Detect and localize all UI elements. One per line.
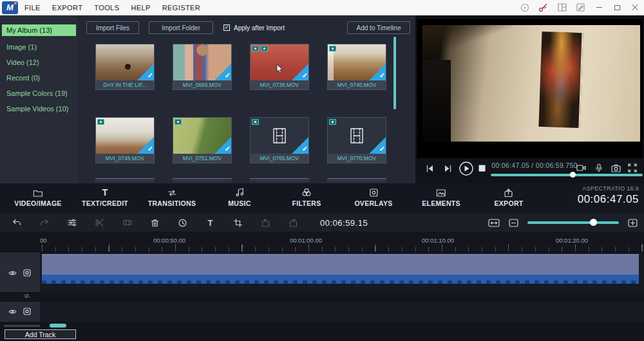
box-arrow-left-icon[interactable]	[252, 219, 279, 227]
elements-icon	[422, 187, 460, 197]
fullscreen-icon[interactable]	[628, 163, 637, 172]
thumbnail-name: MVI_0748.MOV	[96, 154, 154, 163]
detach-icon[interactable]	[113, 219, 141, 226]
media-thumbnail-partial[interactable]	[250, 178, 309, 182]
sidebar-item-my-album[interactable]: My Album (13)	[2, 24, 76, 36]
seek-knob[interactable]	[570, 172, 576, 178]
speed-icon[interactable]	[169, 219, 196, 227]
menu-help[interactable]: HELP	[131, 4, 150, 12]
video-track	[40, 252, 644, 292]
stop-button[interactable]	[478, 165, 486, 172]
adjust-icon[interactable]	[58, 219, 86, 226]
media-thumbnail-partial[interactable]	[327, 178, 386, 182]
sidebar-item-video[interactable]: Video (12)	[0, 55, 77, 70]
media-thumbnail-partial[interactable]	[173, 178, 232, 182]
menu-tools[interactable]: TOOLS	[94, 4, 119, 12]
preview-seekbar[interactable]	[491, 174, 643, 176]
add-track-button[interactable]: Add Track	[5, 329, 76, 339]
menu-file[interactable]: FILE	[24, 4, 41, 12]
media-thumbnail[interactable]: ✓ MVI_0748.MOV	[95, 117, 155, 163]
sidebar-item-image[interactable]: Image (1)	[0, 39, 77, 55]
tab-video-image[interactable]: VIDEO/IMAGE	[14, 187, 61, 207]
layout-icon[interactable]	[553, 0, 571, 15]
timeline-zoom-slider[interactable]	[527, 221, 619, 224]
tab-export[interactable]: EXPORT	[495, 187, 524, 207]
media-thumbnail[interactable]: ✓ MVI_0770.MOV	[327, 117, 386, 163]
media-library: Import Files Import Folder Apply after I…	[77, 15, 415, 183]
timeline-timecode: 00:06:59.15	[320, 218, 368, 228]
media-thumbnail-partial[interactable]	[95, 178, 155, 182]
tab-overlays[interactable]: OVERLAYS	[354, 187, 392, 207]
video-track-header	[0, 252, 40, 292]
media-thumbnail[interactable]: ✓ MVI_0738.MOV	[250, 44, 309, 90]
zoom-knob[interactable]	[590, 219, 597, 226]
timeline-hscrollbar-thumb[interactable]	[50, 324, 66, 327]
apply-after-import-checkbox[interactable]	[223, 24, 230, 31]
track-visibility-eye-icon[interactable]	[8, 309, 17, 315]
close-icon[interactable]	[626, 0, 644, 15]
second-track-header	[0, 302, 40, 322]
delete-icon[interactable]	[141, 219, 169, 227]
tab-transitions[interactable]: TRANSITIONS	[148, 187, 196, 207]
text-tool-icon[interactable]: T	[196, 218, 224, 228]
crop-icon[interactable]	[224, 219, 252, 227]
minimize-icon[interactable]	[590, 0, 608, 15]
thumbnail-name: DAY IN THE LIF...	[96, 80, 154, 89]
clip-badge-icon	[97, 119, 104, 125]
playback-controls: 00:06:47.05 / 00:06:59.750	[415, 158, 644, 183]
second-track	[40, 302, 644, 322]
sidebar-item-record[interactable]: Record (0)	[0, 70, 77, 86]
preview-timecode: 00:06:47.05 / 00:06:59.750	[486, 161, 583, 169]
menu-bar: M FILE EXPORT TOOLS HELP REGISTER	[0, 0, 644, 15]
clip-badge-icon	[252, 119, 259, 125]
import-files-button[interactable]: Import Files	[86, 21, 139, 34]
tab-music[interactable]: MUSIC	[228, 187, 251, 207]
media-thumbnail[interactable]: ✓ MVI_0751.MOV	[173, 117, 232, 163]
tab-elements[interactable]: ELEMENTS	[422, 187, 460, 207]
box-arrow-right-icon[interactable]	[279, 219, 307, 227]
clip-badge-icon	[261, 46, 268, 51]
tab-filters[interactable]: FILTERS	[292, 187, 321, 207]
media-thumbnail[interactable]: ✓ MVI_0666.MOV	[173, 44, 232, 90]
previous-frame-button[interactable]	[426, 165, 434, 172]
ruler-label: 00:01:10.00	[422, 237, 454, 244]
feedback-icon[interactable]	[571, 0, 590, 15]
fit-timeline-icon[interactable]	[488, 219, 500, 227]
track-visibility-eye-icon[interactable]	[8, 270, 17, 276]
cut-icon[interactable]	[86, 219, 113, 226]
maximize-icon[interactable]	[608, 0, 626, 15]
thumbnail-name: MVI_0765.MOV	[251, 154, 308, 163]
add-to-timeline-button[interactable]: Add to Timeline	[347, 21, 410, 34]
snapshot-icon[interactable]	[611, 164, 621, 172]
menu-register[interactable]: REGISTER	[162, 4, 200, 12]
activation-key-icon[interactable]	[534, 0, 553, 15]
microphone-icon[interactable]	[594, 163, 603, 172]
video-clip[interactable]	[42, 254, 639, 284]
track-lock-icon[interactable]	[23, 308, 31, 315]
tab-text-credit[interactable]: T TEXT/CREDIT	[82, 187, 128, 207]
sidebar-item-sample-colors[interactable]: Sample Colors (19)	[0, 86, 77, 101]
media-thumbnail[interactable]: ✓ MVI_0765.MOV	[250, 117, 309, 163]
media-thumbnail[interactable]: ✓ MVI_0740.MOV	[327, 44, 386, 90]
thumbnail-name: MVI_0751.MOV	[173, 154, 231, 163]
sidebar-item-sample-videos[interactable]: Sample Videos (10)	[0, 101, 77, 116]
track-link-icon[interactable]	[23, 293, 30, 299]
clip-audio-waveform	[42, 275, 639, 284]
whats-new-icon[interactable]	[515, 0, 534, 15]
zoom-out-icon[interactable]	[509, 219, 518, 227]
import-folder-button[interactable]: Import Folder	[149, 21, 213, 34]
next-frame-button[interactable]	[444, 165, 452, 172]
timeline-ruler[interactable]: 00 00:00:50.00 00:01:00.00 00:01:10.00 0…	[0, 232, 644, 252]
export-icon	[495, 187, 524, 197]
redo-icon[interactable]	[30, 219, 58, 226]
zoom-in-icon[interactable]	[628, 219, 638, 227]
play-button[interactable]	[459, 161, 474, 176]
media-thumbnail[interactable]: ✓ DAY IN THE LIF...	[95, 44, 155, 90]
library-scrollbar[interactable]	[393, 37, 396, 109]
track-lock-icon[interactable]	[23, 269, 31, 277]
record-icon[interactable]	[576, 164, 586, 172]
timeline-hscrollbar-track[interactable]	[4, 325, 40, 327]
ruler-label: 00:01:00.00	[290, 237, 322, 244]
menu-export[interactable]: EXPORT	[52, 4, 82, 12]
undo-icon[interactable]	[3, 219, 30, 226]
